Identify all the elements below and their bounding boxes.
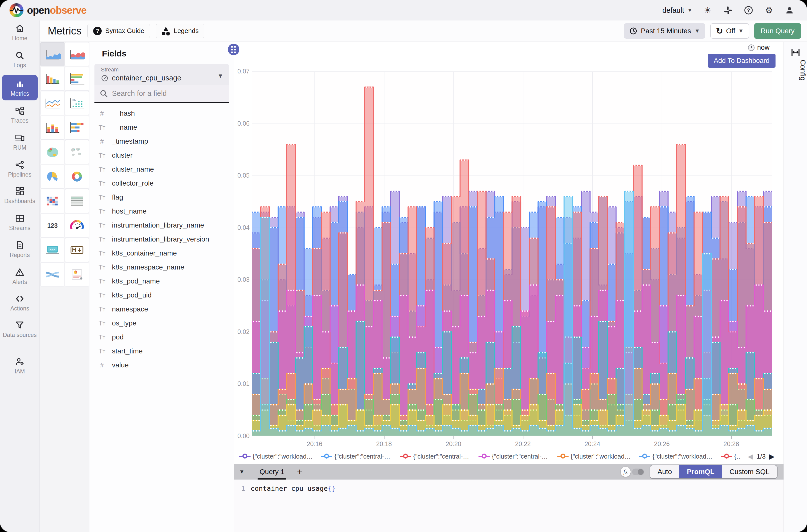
metrics-chart-canvas[interactable] [252, 72, 772, 436]
field-item-namespace[interactable]: TTnamespace [90, 302, 234, 316]
sidebar-item-home[interactable]: Home [0, 23, 39, 42]
sidebar-item-label: Alerts [0, 279, 39, 286]
panel-drag-handle-icon[interactable] [228, 44, 239, 55]
query-tab-1[interactable]: Query 1 [256, 464, 288, 479]
chart-type-h-bar-icon[interactable] [65, 67, 89, 91]
add-to-dashboard-button[interactable]: Add To Dashboard [708, 54, 775, 68]
field-item-k8s_container_name[interactable]: TTk8s_container_name [90, 246, 234, 260]
chart-type-html-icon[interactable]: </> [40, 238, 64, 262]
time-range-select[interactable]: Past 15 Minutes ▼ [624, 23, 706, 39]
chart-type-area-stacked-icon[interactable] [65, 42, 89, 66]
field-item-cluster[interactable]: TTcluster [90, 148, 234, 162]
config-sidebar[interactable]: Config [784, 42, 807, 532]
field-name: _timestamp [112, 137, 148, 145]
chart-type-markdown-icon[interactable] [65, 238, 89, 262]
chart-type-metric-text-icon[interactable]: 123 [40, 213, 64, 238]
chart-type-table-icon[interactable] [65, 189, 89, 213]
legend-series-marker-icon [239, 454, 250, 459]
legend-prev-page-icon[interactable]: ◀ [748, 452, 753, 460]
field-item-__name__[interactable]: TT__name__ [90, 120, 234, 134]
y-axis-tick: 0.00 [234, 432, 249, 440]
text-field-icon: TT [97, 194, 107, 201]
field-item-instrumentation_library_name[interactable]: TTinstrumentation_library_name [90, 218, 234, 232]
field-item-k8s_namespace_name[interactable]: TTk8s_namespace_name [90, 260, 234, 274]
query-mode-promql[interactable]: PromQL [679, 465, 722, 478]
chart-type-custom-chart-icon[interactable] [65, 263, 89, 286]
chart-type-h-stacked-bar-icon[interactable] [65, 116, 89, 140]
organization-select[interactable]: default ▼ [662, 6, 693, 15]
field-name: __hash__ [112, 109, 143, 117]
field-item-instrumentation_library_version[interactable]: TTinstrumentation_library_version [90, 232, 234, 246]
field-item-collector_role[interactable]: TTcollector_role [90, 176, 234, 190]
syntax-guide-button[interactable]: ? Syntax Guide [88, 24, 150, 38]
chart-type-area-icon[interactable] [40, 42, 64, 66]
slack-icon[interactable] [722, 5, 734, 16]
chevron-down-icon: ▼ [738, 28, 744, 34]
run-query-button[interactable]: Run Query [754, 23, 801, 39]
legend-item[interactable]: {"cluster":"workload-...} [239, 453, 314, 460]
stream-value: container_cpu_usage [112, 74, 181, 82]
chart-type-line-icon[interactable] [40, 91, 64, 115]
sidebar-item-logs[interactable]: Logs [0, 50, 39, 69]
legend-item[interactable]: {"cluster":"workload-...} [557, 453, 632, 460]
field-name: host_name [112, 207, 147, 215]
openobserve-app: openobserve default ▼ ☀ ? ⚙ Metrics ? Sy… [0, 0, 807, 532]
collapse-query-icon[interactable]: ▼ [239, 469, 245, 475]
query-mode-auto[interactable]: Auto [650, 465, 680, 478]
chart-type-gauge-icon[interactable] [65, 213, 89, 238]
legend-item[interactable]: {"c [721, 453, 741, 460]
field-item-__hash__[interactable]: #__hash__ [90, 107, 234, 120]
field-search-input[interactable]: Search for a field [94, 85, 229, 103]
sidebar-item-metrics[interactable]: Metrics [2, 75, 38, 100]
sidebar-item-iam[interactable]: IAM [0, 356, 39, 375]
legend-next-page-icon[interactable]: ▶ [769, 452, 774, 460]
field-item-k8s_pod_uid[interactable]: TTk8s_pod_uid [90, 288, 234, 302]
query-mode-custom-sql[interactable]: Custom SQL [722, 465, 777, 478]
field-item-cluster_name[interactable]: TTcluster_name [90, 162, 234, 176]
field-item-start_time[interactable]: TTstart_time [90, 344, 234, 358]
fx-toggle-switch[interactable] [632, 469, 644, 475]
sidebar-item-reports[interactable]: Reports [0, 240, 39, 259]
sidebar-item-rum[interactable]: RUM [0, 132, 39, 151]
legend-item[interactable]: {"cluster":"central-c...} [478, 453, 551, 460]
field-item-_timestamp[interactable]: #_timestamp [90, 134, 234, 148]
sidebar-item-traces[interactable]: Traces [0, 106, 39, 125]
vrl-function-toggle[interactable]: fx [621, 467, 644, 477]
help-icon[interactable]: ? [743, 5, 754, 16]
chart-type-stacked-bar-icon[interactable] [40, 116, 64, 140]
legend-item[interactable]: {"cluster":"workload-...} [639, 453, 714, 460]
query-editor[interactable]: 1 container_cpu_usage{} [234, 479, 784, 492]
stream-select[interactable]: Stream container_cpu_usage ▼ [94, 64, 229, 85]
chart-type-pie-icon[interactable] [40, 165, 64, 189]
sidebar-item-actions[interactable]: Actions [0, 293, 39, 312]
add-query-button[interactable]: + [297, 467, 302, 477]
field-name: k8s_pod_uid [112, 291, 152, 299]
sidebar-item-alerts[interactable]: Alerts [0, 267, 39, 286]
field-item-host_name[interactable]: TThost_name [90, 204, 234, 218]
field-item-pod[interactable]: TTpod [90, 330, 234, 344]
settings-gear-icon[interactable]: ⚙ [764, 5, 774, 16]
legend-item[interactable]: {"cluster":"central-c...} [400, 453, 472, 460]
sidebar-item-streams[interactable]: Streams [0, 213, 39, 232]
sidebar-item-dashboards[interactable]: Dashboards [0, 186, 39, 205]
user-avatar-icon[interactable] [784, 5, 795, 16]
field-name: cluster_name [112, 165, 154, 173]
sidebar-item-data-sources[interactable]: Data sources [0, 320, 39, 339]
chart-type-sankey-icon[interactable] [40, 263, 64, 286]
field-item-flag[interactable]: TTflag [90, 190, 234, 204]
chart-type-donut-icon[interactable] [65, 165, 89, 189]
field-item-k8s_pod_name[interactable]: TTk8s_pod_name [90, 274, 234, 288]
field-item-value[interactable]: #value [90, 358, 234, 372]
field-item-os_type[interactable]: TTos_type [90, 316, 234, 330]
legend-item[interactable]: {"cluster":"central-c...} [321, 453, 393, 460]
chart-type-scatter-icon[interactable] [65, 91, 89, 115]
sidebar-item-pipelines[interactable]: Pipelines [0, 159, 39, 178]
auto-refresh-select[interactable]: ↻ Off ▼ [710, 23, 749, 39]
theme-toggle-icon[interactable]: ☀ [702, 5, 713, 16]
legends-button[interactable]: Legends [156, 24, 204, 38]
chart-type-maps-icon[interactable] [65, 140, 89, 164]
chart-type-geomap-icon[interactable] [40, 140, 64, 164]
chart-type-bar-icon[interactable] [40, 67, 64, 91]
openobserve-logo[interactable]: openobserve [10, 3, 87, 17]
chart-type-heatmap-icon[interactable] [40, 189, 64, 213]
